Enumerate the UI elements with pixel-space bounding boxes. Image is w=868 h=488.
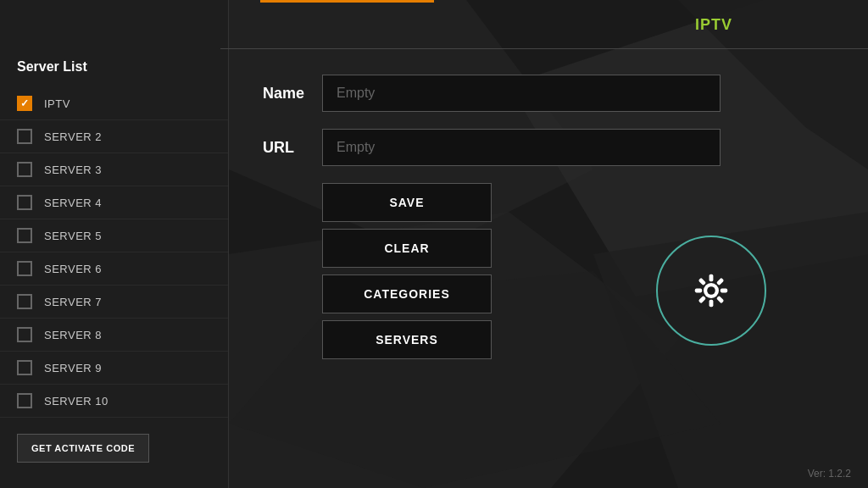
sidebar-title: Server List [0, 59, 228, 87]
server-list-item[interactable]: SERVER 4 [0, 186, 228, 219]
server-list-item[interactable]: SERVER 8 [0, 319, 228, 352]
name-row: Name [263, 75, 834, 112]
svg-rect-11 [721, 289, 727, 293]
server-list-item[interactable]: SERVER 3 [0, 153, 228, 186]
server-checkbox[interactable] [17, 360, 32, 375]
header: IPTV [0, 0, 868, 49]
server-list-item[interactable]: SERVER 2 [0, 120, 228, 153]
server-checkbox[interactable] [17, 195, 32, 210]
server-checkbox[interactable] [17, 129, 32, 144]
svg-rect-13 [698, 296, 706, 303]
server-list-item[interactable]: IPTV [0, 87, 228, 120]
server-name-label: SERVER 2 [44, 130, 102, 143]
svg-point-7 [707, 286, 715, 295]
server-list-item[interactable]: SERVER 7 [0, 286, 228, 319]
svg-rect-15 [716, 296, 724, 303]
get-activate-code-button[interactable]: GET ACTIVATE CODE [17, 434, 149, 463]
version-label: Ver: 1.2.2 [808, 468, 851, 480]
categories-button[interactable]: CATEGORIES [322, 274, 492, 313]
settings-icon [686, 265, 737, 316]
server-name-label: SERVER 10 [44, 395, 108, 408]
svg-rect-9 [709, 300, 714, 307]
settings-icon-container [656, 236, 766, 346]
server-name-label: SERVER 8 [44, 329, 102, 341]
server-name-label: SERVER 6 [44, 263, 102, 275]
server-list: IPTVSERVER 2SERVER 3SERVER 4SERVER 5SERV… [0, 87, 228, 418]
header-divider [220, 48, 868, 49]
main-content: Name URL SAVE CLEAR CATEGORIES SERVERS [229, 49, 868, 488]
sidebar: Server List IPTVSERVER 2SERVER 3SERVER 4… [0, 0, 229, 488]
save-button[interactable]: SAVE [322, 183, 492, 222]
server-name-label: IPTV [44, 97, 70, 110]
svg-rect-12 [716, 278, 724, 286]
svg-rect-8 [709, 274, 714, 281]
server-name-label: SERVER 3 [44, 164, 102, 176]
svg-rect-10 [695, 289, 702, 293]
server-name-label: SERVER 9 [44, 362, 102, 374]
server-name-label: SERVER 5 [44, 230, 102, 242]
server-checkbox[interactable] [17, 162, 32, 177]
server-checkbox[interactable] [17, 228, 32, 243]
server-name-label: SERVER 7 [44, 296, 102, 308]
url-input[interactable] [322, 129, 721, 166]
server-list-item[interactable]: SERVER 6 [0, 252, 228, 286]
server-list-item[interactable]: SERVER 5 [0, 219, 228, 252]
server-checkbox[interactable] [17, 327, 32, 342]
url-row: URL [263, 129, 834, 166]
server-checkbox[interactable] [17, 261, 32, 276]
server-name-label: SERVER 4 [44, 197, 102, 209]
server-list-item[interactable]: SERVER 10 [0, 385, 228, 418]
server-checkbox[interactable] [17, 294, 32, 309]
server-checkbox[interactable] [17, 96, 32, 111]
server-list-item[interactable]: SERVER 9 [0, 352, 228, 385]
header-title: IPTV [695, 16, 732, 34]
name-input[interactable] [322, 75, 721, 112]
url-label: URL [263, 139, 322, 157]
server-checkbox[interactable] [17, 393, 32, 408]
clear-button[interactable]: CLEAR [322, 229, 492, 268]
svg-rect-14 [698, 278, 706, 286]
name-label: Name [263, 85, 322, 103]
servers-button[interactable]: SERVERS [322, 320, 492, 359]
